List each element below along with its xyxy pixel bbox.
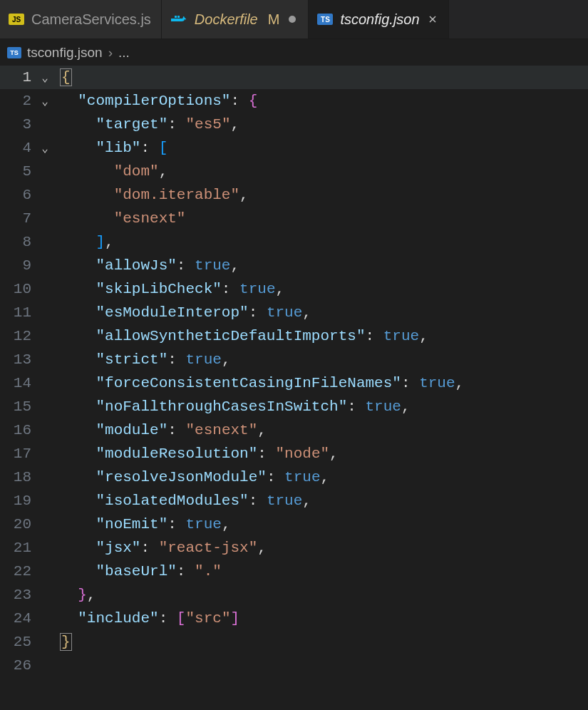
line-number: 15 (0, 398, 36, 415)
code-text: "isolatedModules": true, (54, 493, 311, 509)
code-line[interactable]: 11 "esModuleInterop": true, (0, 301, 588, 324)
tab-tsconfig[interactable]: TS tsconfig.json (309, 0, 448, 38)
code-line[interactable]: 12 "allowSyntheticDefaultImports": true, (0, 324, 588, 348)
code-text: "esModuleInterop": true, (54, 304, 311, 321)
code-text: } (54, 633, 72, 651)
code-line[interactable]: 14 "forceConsistentCasingInFileNames": t… (0, 371, 588, 395)
line-number: 20 (0, 516, 36, 532)
tab-label: Dockerfile (195, 11, 258, 28)
code-line[interactable]: 19 "isolatedModules": true, (0, 489, 588, 513)
tab-dockerfile[interactable]: Dockerfile M (162, 0, 309, 38)
code-text: "baseUrl": "." (54, 563, 222, 580)
fold-toggle-icon[interactable]: ⌄ (36, 141, 54, 155)
code-text: "compilerOptions": { (54, 93, 257, 109)
tab-label: tsconfig.json (340, 11, 419, 28)
code-line[interactable]: 20 "noEmit": true, (0, 513, 588, 536)
line-number: 13 (0, 351, 36, 368)
code-text: { (54, 68, 72, 86)
line-number: 10 (0, 281, 36, 297)
tab-label: CameraServices.js (31, 11, 151, 28)
line-number: 22 (0, 563, 36, 580)
code-text: "lib": [ (54, 140, 167, 156)
code-text: "allowJs": true, (54, 257, 239, 274)
code-line[interactable]: 3 "target": "es5", (0, 113, 588, 136)
fold-toggle-icon[interactable]: ⌄ (36, 94, 54, 108)
code-line[interactable]: 18 "resolveJsonModule": true, (0, 465, 588, 489)
line-number: 24 (0, 610, 36, 627)
line-number: 26 (0, 657, 36, 674)
line-number: 11 (0, 304, 36, 321)
code-text: ], (54, 234, 114, 250)
code-text: "dom.iterable", (54, 187, 249, 203)
line-number: 7 (0, 210, 36, 227)
fold-toggle-icon[interactable]: ⌄ (36, 71, 54, 85)
line-number: 5 (0, 163, 36, 180)
code-line[interactable]: 13 "strict": true, (0, 348, 588, 371)
js-icon: JS (9, 14, 24, 25)
line-number: 8 (0, 234, 36, 250)
line-number: 12 (0, 328, 36, 344)
tab-cameraservices[interactable]: JS CameraServices.js (0, 0, 162, 38)
code-line[interactable]: 26 (0, 654, 588, 677)
code-text: "resolveJsonModule": true, (54, 469, 329, 485)
line-number: 19 (0, 493, 36, 509)
line-number: 4 (0, 140, 36, 156)
tab-bar: JS CameraServices.js Dockerfile M TS tsc… (0, 0, 588, 38)
code-text: "esnext" (54, 210, 185, 227)
line-number: 21 (0, 540, 36, 556)
code-line[interactable]: 16 "module": "esnext", (0, 418, 588, 442)
code-line[interactable]: 8 ], (0, 230, 588, 254)
code-line[interactable]: 1⌄{ (0, 66, 588, 89)
code-line[interactable]: 23 }, (0, 583, 588, 607)
code-line[interactable]: 4⌄ "lib": [ (0, 136, 588, 160)
code-line[interactable]: 22 "baseUrl": "." (0, 560, 588, 583)
code-text: "noEmit": true, (54, 516, 231, 532)
breadcrumb-file: tsconfig.json (27, 45, 103, 61)
ts-icon: TS (317, 14, 333, 25)
ts-icon: TS (7, 47, 21, 58)
code-text: }, (54, 587, 96, 603)
code-line[interactable]: 21 "jsx": "react-jsx", (0, 536, 588, 560)
code-text: "strict": true, (54, 351, 231, 368)
close-icon[interactable] (427, 14, 438, 25)
code-editor[interactable]: 1⌄{2⌄ "compilerOptions": {3 "target": "e… (0, 66, 588, 710)
breadcrumb-rest: ... (118, 45, 130, 61)
code-text: "forceConsistentCasingInFileNames": true… (54, 375, 464, 391)
code-text: "target": "es5", (54, 116, 239, 133)
code-text: "module": "esnext", (54, 422, 267, 438)
code-line[interactable]: 7 "esnext" (0, 207, 588, 230)
code-text: "dom", (54, 163, 167, 180)
code-line[interactable]: 24 "include": ["src"] (0, 607, 588, 630)
code-line[interactable]: 2⌄ "compilerOptions": { (0, 89, 588, 113)
chevron-right-icon: › (108, 45, 113, 61)
line-number: 18 (0, 469, 36, 485)
code-text: "include": ["src"] (54, 610, 239, 627)
code-line[interactable]: 5 "dom", (0, 160, 588, 183)
code-text: "moduleResolution": "node", (54, 446, 339, 462)
svg-rect-4 (177, 16, 180, 18)
dirty-dot-icon[interactable] (287, 14, 298, 25)
code-line[interactable]: 15 "noFallthroughCasesInSwitch": true, (0, 395, 588, 418)
line-number: 25 (0, 634, 36, 650)
code-text: "jsx": "react-jsx", (54, 540, 267, 556)
code-text: "skipLibCheck": true, (54, 281, 284, 297)
line-number: 9 (0, 257, 36, 274)
code-text: "allowSyntheticDefaultImports": true, (54, 328, 428, 344)
code-line[interactable]: 25} (0, 630, 588, 654)
code-line[interactable]: 9 "allowJs": true, (0, 254, 588, 277)
line-number: 6 (0, 187, 36, 203)
line-number: 17 (0, 446, 36, 462)
modified-indicator: M (268, 11, 280, 28)
code-line[interactable]: 10 "skipLibCheck": true, (0, 277, 588, 301)
line-number: 3 (0, 116, 36, 133)
line-number: 2 (0, 93, 36, 109)
line-number: 1 (0, 69, 36, 86)
code-line[interactable]: 6 "dom.iterable", (0, 183, 588, 207)
code-text: "noFallthroughCasesInSwitch": true, (54, 398, 411, 415)
docker-icon (170, 13, 187, 26)
line-number: 16 (0, 422, 36, 438)
code-line[interactable]: 17 "moduleResolution": "node", (0, 442, 588, 465)
line-number: 23 (0, 587, 36, 603)
svg-rect-3 (175, 16, 177, 18)
breadcrumb[interactable]: TS tsconfig.json › ... (0, 38, 588, 66)
